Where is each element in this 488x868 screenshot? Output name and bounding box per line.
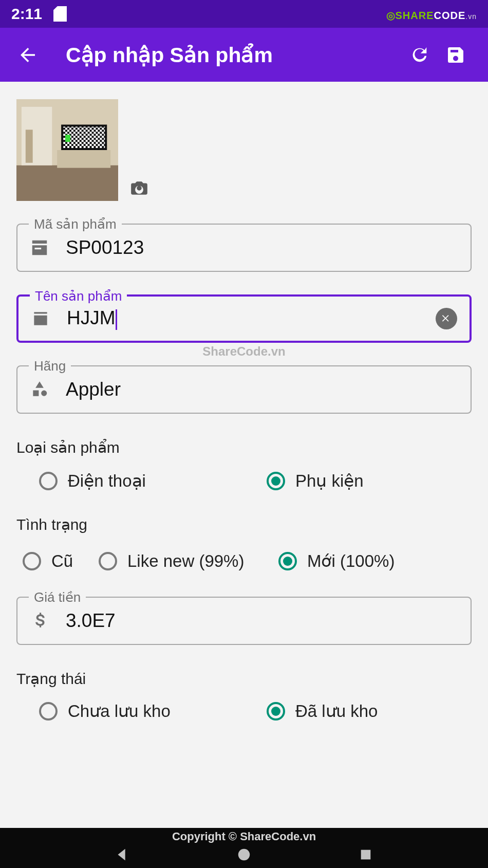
radio-accessory-label: Phụ kiện: [295, 471, 364, 491]
radio-old-label: Cũ: [51, 551, 73, 571]
nav-back-button[interactable]: [112, 844, 133, 865]
nav-recent-button[interactable]: [355, 844, 376, 865]
dollar-icon: [30, 611, 49, 631]
android-status-bar: 2:11 ◎SHARECODE.vn: [0, 0, 488, 28]
product-code-field[interactable]: Mã sản phẩm SP00123: [16, 224, 472, 272]
radio-phone[interactable]: Điện thoại: [16, 471, 244, 491]
radio-stored[interactable]: Đã lưu kho: [244, 701, 472, 721]
product-code-value: SP00123: [66, 237, 458, 258]
radio-likenew-label: Like new (99%): [127, 551, 244, 571]
condition-radio-group: Cũ Like new (99%) Mới (100%): [16, 551, 472, 571]
nav-home-button[interactable]: [234, 844, 254, 865]
save-button[interactable]: [438, 45, 474, 65]
radio-icon: [267, 702, 285, 721]
status-radio-group: Chưa lưu kho Đã lưu kho: [16, 701, 472, 721]
price-field[interactable]: Giá tiền 3.0E7: [16, 597, 472, 645]
back-button[interactable]: [14, 44, 41, 66]
clear-name-button[interactable]: [436, 308, 457, 329]
barcode-icon: [30, 238, 49, 257]
product-name-label: Tên sản phẩm: [30, 288, 127, 304]
radio-icon: [39, 702, 58, 721]
radio-icon: [39, 472, 58, 490]
category-icon: [30, 380, 49, 399]
brand-value: Appler: [66, 379, 458, 400]
svg-rect-4: [57, 150, 110, 168]
copyright-text: Copyright © ShareCode.vn: [0, 828, 488, 843]
brand-label: Hãng: [29, 358, 71, 374]
svg-rect-3: [26, 130, 33, 162]
radio-stored-label: Đã lưu kho: [295, 701, 378, 721]
archive-icon: [31, 309, 50, 328]
price-label: Giá tiền: [29, 589, 86, 605]
refresh-button[interactable]: [402, 45, 438, 65]
form-content: Mã sản phẩm SP00123 Tên sản phẩm HJJM Hã…: [0, 82, 488, 828]
radio-not-stored-label: Chưa lưu kho: [68, 701, 171, 721]
radio-new-label: Mới (100%): [307, 551, 395, 571]
product-name-field[interactable]: Tên sản phẩm HJJM: [16, 294, 472, 343]
category-radio-group: Điện thoại Phụ kiện: [16, 471, 472, 491]
category-section-label: Loại sản phẩm: [16, 438, 472, 456]
radio-icon: [99, 552, 117, 570]
status-section-label: Trạng thái: [16, 670, 472, 688]
product-name-value: HJJM: [67, 307, 436, 329]
app-bar-title: Cập nhập Sản phẩm: [41, 43, 402, 67]
camera-button[interactable]: [128, 178, 150, 198]
radio-new[interactable]: Mới (100%): [278, 551, 472, 571]
app-bar: Cập nhập Sản phẩm: [0, 28, 488, 82]
radio-icon: [278, 552, 297, 570]
brand-field[interactable]: Hãng Appler: [16, 365, 472, 414]
sd-card-icon: [53, 6, 67, 22]
product-image[interactable]: [16, 99, 118, 201]
product-code-label: Mã sản phẩm: [29, 216, 122, 232]
condition-section-label: Tình trạng: [16, 515, 472, 533]
status-time: 2:11: [11, 5, 42, 23]
svg-rect-1: [16, 165, 118, 201]
radio-not-stored[interactable]: Chưa lưu kho: [16, 701, 244, 721]
svg-rect-9: [65, 135, 70, 142]
price-value: 3.0E7: [66, 610, 458, 632]
radio-old[interactable]: Cũ: [16, 551, 99, 571]
svg-point-10: [238, 849, 250, 861]
svg-rect-11: [361, 850, 370, 860]
radio-likenew[interactable]: Like new (99%): [99, 551, 278, 571]
sharecode-watermark-top: ◎SHARECODE.vn: [386, 10, 477, 21]
radio-phone-label: Điện thoại: [68, 471, 146, 491]
radio-icon: [23, 552, 41, 570]
android-nav-bar: Copyright © ShareCode.vn: [0, 828, 488, 868]
radio-icon: [267, 472, 285, 490]
radio-accessory[interactable]: Phụ kiện: [244, 471, 472, 491]
